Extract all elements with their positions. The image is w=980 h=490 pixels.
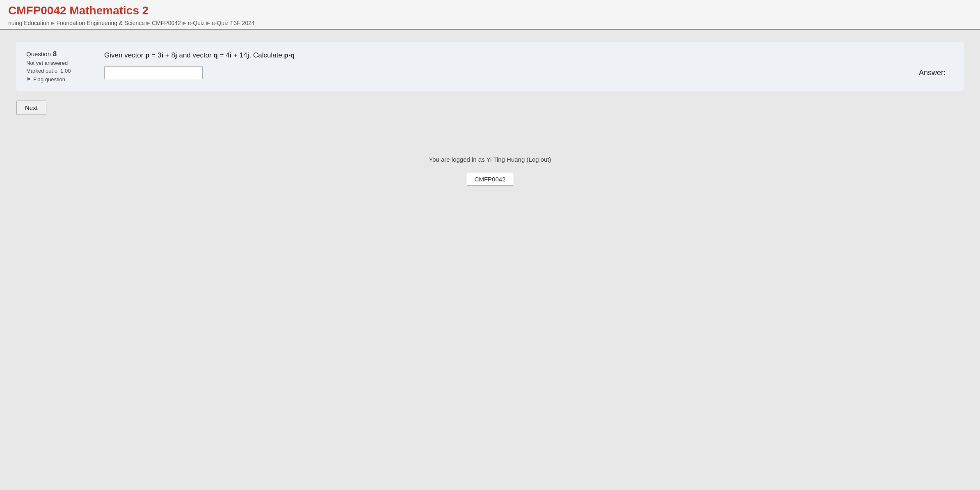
vector-p-label: p bbox=[145, 51, 149, 59]
question-label: Question bbox=[26, 50, 51, 57]
answer-label: Answer: bbox=[919, 69, 954, 77]
marked-out: Marked out of 1.00 bbox=[26, 68, 92, 74]
p-dot-q-label: p·q bbox=[284, 51, 295, 59]
breadcrumb-separator-4: ▶ bbox=[206, 20, 210, 26]
question-block: Question 8 Not yet answered Marked out o… bbox=[16, 42, 964, 91]
breadcrumb-separator-2: ▶ bbox=[146, 20, 150, 26]
i-label-1: i bbox=[161, 51, 163, 59]
question-status: Not yet answered bbox=[26, 60, 92, 66]
question-text: Given vector p = 3i + 8j and vector q = … bbox=[104, 50, 954, 61]
question-meta: Question 8 Not yet answered Marked out o… bbox=[26, 50, 92, 82]
breadcrumb-item-equiz[interactable]: e-Quiz bbox=[188, 20, 205, 26]
vector-q-label: q bbox=[214, 51, 218, 59]
flag-icon: ⚑ bbox=[26, 76, 31, 82]
footer: You are logged in as Yi Ting Huang (Log … bbox=[16, 156, 964, 198]
breadcrumb: nuing Education ▶ Foundation Engineering… bbox=[8, 20, 972, 26]
breadcrumb-item-equiz-t3f[interactable]: e-Quiz T3F 2024 bbox=[212, 20, 255, 26]
j-label-2: j bbox=[247, 51, 249, 59]
j-label-1: j bbox=[175, 51, 177, 59]
breadcrumb-separator-1: ▶ bbox=[51, 20, 55, 26]
breadcrumb-item-cmfp0042[interactable]: CMFP0042 bbox=[152, 20, 181, 26]
question-number: Question 8 bbox=[26, 50, 92, 58]
answer-input[interactable] bbox=[104, 66, 203, 79]
next-button[interactable]: Next bbox=[16, 101, 46, 115]
page-title: CMFP0042 Mathematics 2 bbox=[8, 4, 972, 17]
breadcrumb-item-foundation[interactable]: Foundation Engineering & Science bbox=[56, 20, 145, 26]
question-body: Given vector p = 3i + 8j and vector q = … bbox=[104, 50, 954, 79]
breadcrumb-separator-3: ▶ bbox=[183, 20, 186, 26]
question-number-value: 8 bbox=[53, 50, 57, 58]
flag-question-button[interactable]: ⚑ Flag question bbox=[26, 76, 92, 82]
flag-question-label: Flag question bbox=[33, 76, 65, 82]
i-label-2: i bbox=[230, 51, 232, 59]
breadcrumb-item-continuing[interactable]: nuing Education bbox=[8, 20, 49, 26]
course-badge: CMFP0042 bbox=[467, 173, 514, 185]
logged-in-text: You are logged in as Yi Ting Huang (Log … bbox=[16, 156, 964, 163]
